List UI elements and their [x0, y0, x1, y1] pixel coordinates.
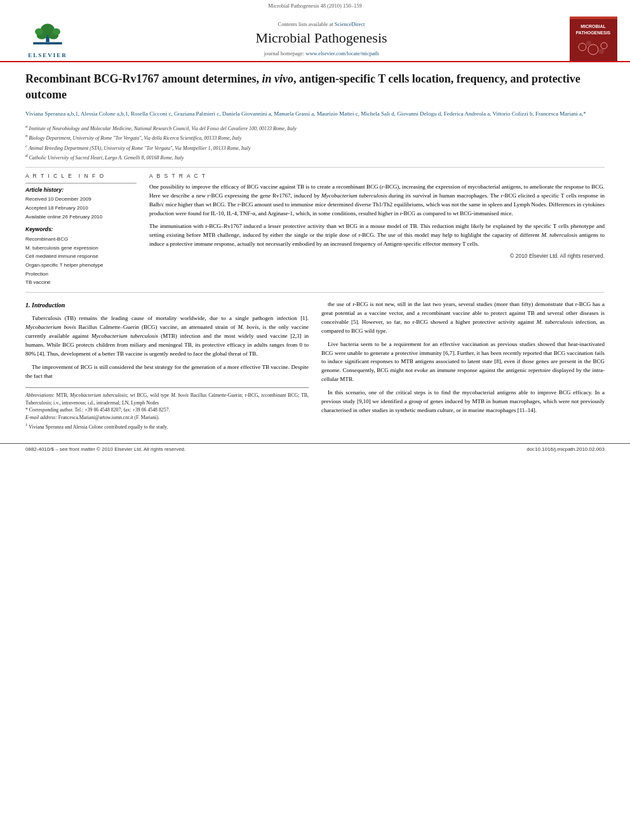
- article-history-heading: Article history:: [25, 187, 137, 193]
- article-title: Recombinant BCG-Rv1767 amount determines…: [25, 71, 605, 103]
- body-section: 1. Introduction Tuberculosis (TB) remain…: [25, 300, 605, 430]
- journal-title: Microbial Pathogenesis: [83, 30, 560, 46]
- svg-rect-0: [33, 42, 62, 44]
- abbreviations-footnote: Abbreviations: MTB, Mycobacterium tuberc…: [25, 392, 309, 406]
- svg-point-5: [35, 29, 43, 36]
- body-two-col: 1. Introduction Tuberculosis (TB) remain…: [25, 300, 605, 430]
- homepage-link[interactable]: www.elsevier.com/locate/micpath: [305, 50, 379, 57]
- article-history-block: Article history: Received 10 December 20…: [25, 183, 137, 221]
- authors: Viviana Speranza a,b,1, Alessia Colone a…: [25, 109, 605, 119]
- intro-heading: 1. Introduction: [25, 300, 309, 310]
- keyword-4: Organ-specific T helper phenotype: [25, 261, 137, 270]
- affiliation-b: b Biology Department, University of Rome…: [25, 133, 605, 142]
- email-footnote: E-mail address: Francesca.Mariani@artow.…: [25, 414, 309, 422]
- bottom-bar: 0882-4010/$ – see front matter © 2010 El…: [0, 443, 630, 455]
- available-date: Available online 26 February 2010: [25, 213, 137, 222]
- authors-text: Viviana Speranza a,b,1, Alessia Colone a…: [25, 110, 586, 117]
- keyword-2: M. tuberculosis gene expression: [25, 244, 137, 253]
- citation-text: Microbial Pathogenesis 48 (2010) 150–159: [268, 3, 361, 9]
- body-right-para-1: the use of r-BCG is not new, still in th…: [321, 300, 605, 336]
- elsevier-label: ELSEVIER: [28, 52, 67, 58]
- abstract-column: A B S T R A C T One possibility to impro…: [149, 173, 605, 286]
- page: Microbial Pathogenesis 48 (2010) 150–159…: [0, 0, 630, 840]
- svg-point-15: [599, 49, 604, 54]
- publisher-logo: ELSEVIER: [13, 19, 83, 58]
- main-content: Recombinant BCG-Rv1767 amount determines…: [0, 62, 630, 437]
- keywords-block: Keywords: Recombinant-BCG M. tuberculosi…: [25, 226, 137, 287]
- keyword-6: TB vaccine: [25, 278, 137, 287]
- info-abstract-section: A R T I C L E I N F O Article history: R…: [25, 173, 605, 286]
- journal-homepage: journal homepage: www.elsevier.com/locat…: [83, 50, 560, 57]
- svg-text:PATHOGENESIS: PATHOGENESIS: [576, 30, 611, 35]
- journal-cover-image: MICROBIAL PATHOGENESIS: [570, 17, 617, 61]
- keyword-5: Protection: [25, 270, 137, 279]
- body-right-para-2: Live bacteria seem to be a requirement f…: [321, 340, 605, 385]
- sciencedirect-text: Contents lists available at: [278, 21, 333, 27]
- keyword-3: Cell mediated immune response: [25, 252, 137, 261]
- corresponding-footnote: * Corresponding author. Tel.: +39 06 454…: [25, 406, 309, 414]
- footnote-section: Abbreviations: MTB, Mycobacterium tuberc…: [25, 387, 309, 430]
- divider-after-affiliations: [25, 167, 605, 168]
- equal-contrib-footnote: 1 Viviana Speranza and Alessia Colone co…: [25, 422, 309, 430]
- journal-citation: Microbial Pathogenesis 48 (2010) 150–159: [0, 0, 630, 10]
- article-info-column: A R T I C L E I N F O Article history: R…: [25, 173, 137, 286]
- received-date: Received 10 December 2009: [25, 195, 137, 204]
- intro-para-2: The improvement of BCG is still consider…: [25, 363, 309, 381]
- abstract-paragraph-1: One possibility to improve the efficacy …: [149, 183, 605, 218]
- keywords-heading: Keywords:: [25, 226, 137, 232]
- journal-header-center: Contents lists available at ScienceDirec…: [83, 21, 560, 57]
- abstract-paragraph-2: The immunisation with r-BCG–Rv1767 induc…: [149, 222, 605, 249]
- sciencedirect-link[interactable]: ScienceDirect: [335, 21, 365, 27]
- abstract-text: One possibility to improve the efficacy …: [149, 183, 605, 249]
- bottom-doi: doi:10.1016/j.micpath.2010.02.003: [526, 446, 605, 452]
- journal-cover: MICROBIAL PATHOGENESIS: [560, 17, 617, 61]
- divider-after-abstract: [25, 292, 605, 293]
- body-right-para-3: In this scenario, one of the critical st…: [321, 389, 605, 415]
- keyword-1: Recombinant-BCG: [25, 235, 137, 244]
- affiliation-c: c Animal Breeding Department (STA), Univ…: [25, 143, 605, 152]
- svg-rect-8: [570, 17, 617, 19]
- accepted-date: Accepted 18 February 2010: [25, 204, 137, 213]
- copyright-line: © 2010 Elsevier Ltd. All rights reserved…: [149, 253, 605, 259]
- elsevier-tree-icon: [29, 19, 67, 51]
- affiliation-d: d Catholic University of Sacred Heart, L…: [25, 152, 605, 162]
- bottom-license: 0882-4010/$ – see front matter © 2010 El…: [25, 446, 185, 452]
- elsevier-logo: ELSEVIER: [28, 19, 67, 58]
- journal-header: ELSEVIER Contents lists available at Sci…: [0, 10, 630, 62]
- body-right-col: the use of r-BCG is not new, still in th…: [321, 300, 605, 430]
- highlight-word: highlight: [460, 232, 481, 238]
- svg-point-14: [586, 41, 591, 46]
- affiliations: a Institute of Neurobiology and Molecula…: [25, 123, 605, 163]
- body-left-col: 1. Introduction Tuberculosis (TB) remain…: [25, 300, 309, 430]
- intro-para-1: Tuberculosis (TB) remains the leading ca…: [25, 314, 309, 359]
- article-info-section-title: A R T I C L E I N F O: [25, 173, 137, 179]
- sciencedirect-line: Contents lists available at ScienceDirec…: [83, 21, 560, 27]
- svg-text:MICROBIAL: MICROBIAL: [580, 24, 606, 29]
- affiliation-a: a Institute of Neurobiology and Molecula…: [25, 123, 605, 133]
- svg-point-6: [52, 29, 60, 36]
- abstract-section-title: A B S T R A C T: [149, 173, 605, 179]
